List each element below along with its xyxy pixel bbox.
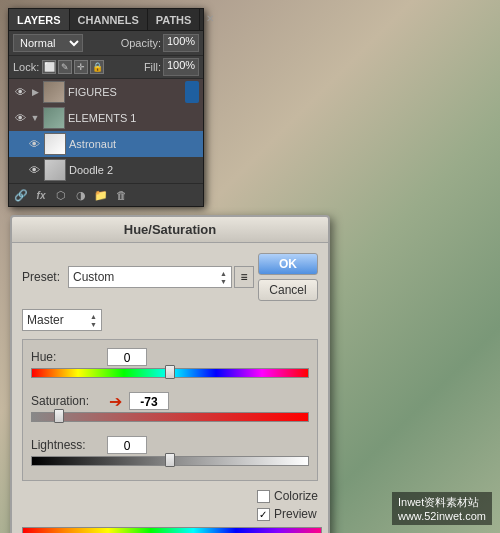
channel-row: Master ▲ ▼ xyxy=(22,309,318,331)
dialog-body: Preset: Custom ▲ ▼ ≡ OK Cancel Master xyxy=(12,243,328,533)
visibility-eye-icon[interactable]: 👁 xyxy=(13,85,27,99)
ok-button[interactable]: OK xyxy=(258,253,318,275)
watermark: Inwet资料素材站 www.52inwet.com xyxy=(392,492,492,525)
layer-name: Astronaut xyxy=(69,138,199,150)
lock-transparent-icon[interactable]: ⬜ xyxy=(42,60,56,74)
preset-dropdown[interactable]: Custom ▲ ▼ xyxy=(68,266,232,288)
fill-value[interactable]: 100% xyxy=(163,58,199,76)
link-icon[interactable]: 🔗 xyxy=(13,187,29,203)
preset-label: Preset: xyxy=(22,270,64,284)
hue-value[interactable]: 0 xyxy=(107,348,147,366)
hue-thumb[interactable] xyxy=(165,365,175,379)
layer-thumbnail xyxy=(43,81,65,103)
colorize-label: Colorize xyxy=(274,489,318,503)
panel-footer: 🔗 fx ⬡ ◑ 📁 🗑 xyxy=(9,183,203,206)
colorize-checkbox[interactable] xyxy=(257,490,270,503)
opacity-value[interactable]: 100% xyxy=(163,34,199,52)
watermark-line2: www.52inwet.com xyxy=(398,510,486,522)
saturation-slider-row: Saturation: ➔ -73 xyxy=(31,392,309,428)
layer-badge xyxy=(185,81,199,103)
preview-checkbox[interactable]: ✓ xyxy=(257,508,270,521)
layer-name: FIGURES xyxy=(68,86,182,98)
adjustment-icon[interactable]: ◑ xyxy=(73,187,89,203)
watermark-line1: Inwet资料素材站 xyxy=(398,495,486,510)
sliders-section: Hue: 0 Saturation: ➔ -73 xyxy=(22,339,318,481)
layer-item[interactable]: 👁 ▼ ELEMENTS 1 xyxy=(9,105,203,131)
lock-icons: ⬜ ✎ ✛ 🔒 xyxy=(42,60,104,74)
mask-icon[interactable]: ⬡ xyxy=(53,187,69,203)
channel-value: Master xyxy=(27,313,64,327)
layer-item[interactable]: 👁 ▶ FIGURES xyxy=(9,79,203,105)
fill-label: Fill: xyxy=(144,61,161,73)
saturation-arrow-icon: ➔ xyxy=(107,393,123,409)
layer-item[interactable]: 👁 Doodle 2 xyxy=(9,157,203,183)
hue-saturation-dialog: Hue/Saturation Preset: Custom ▲ ▼ ≡ OK C… xyxy=(10,215,330,533)
fx-icon[interactable]: fx xyxy=(33,187,49,203)
layers-list: 👁 ▶ FIGURES 👁 ▼ ELEMENTS 1 👁 Astronaut 👁… xyxy=(9,79,203,183)
lock-move-icon[interactable]: ✛ xyxy=(74,60,88,74)
layer-thumbnail xyxy=(43,107,65,129)
opacity-label: Opacity: xyxy=(121,37,161,49)
visibility-eye-icon[interactable]: 👁 xyxy=(27,163,41,177)
layer-item[interactable]: 👁 Astronaut xyxy=(9,131,203,157)
layers-panel: LAYERS CHANNELS PATHS ✕ Normal Opacity: … xyxy=(8,8,204,207)
blend-opacity-row: Normal Opacity: 100% xyxy=(9,31,203,56)
hue-label: Hue: xyxy=(31,350,101,364)
layer-name: ELEMENTS 1 xyxy=(68,112,199,124)
layer-thumbnail xyxy=(44,133,66,155)
saturation-label: Saturation: xyxy=(31,394,101,408)
lightness-value[interactable]: 0 xyxy=(107,436,147,454)
saturation-value[interactable]: -73 xyxy=(129,392,169,410)
cancel-button[interactable]: Cancel xyxy=(258,279,318,301)
bottom-options: Colorize ✓ Preview xyxy=(22,489,318,521)
visibility-eye-icon[interactable]: 👁 xyxy=(27,137,41,151)
expand-arrow-icon[interactable]: ▼ xyxy=(30,113,40,123)
saturation-track xyxy=(31,412,309,422)
lightness-thumb[interactable] xyxy=(165,453,175,467)
expand-arrow-icon[interactable]: ▶ xyxy=(30,87,40,97)
preset-value: Custom xyxy=(73,270,114,284)
dialog-title: Hue/Saturation xyxy=(12,217,328,243)
panel-tabs: LAYERS CHANNELS PATHS ✕ xyxy=(9,9,203,31)
colorize-row: Colorize xyxy=(257,489,318,503)
lightness-slider-row: Lightness: 0 xyxy=(31,436,309,472)
saturation-thumb[interactable] xyxy=(54,409,64,423)
lock-paint-icon[interactable]: ✎ xyxy=(58,60,72,74)
rainbow-bar xyxy=(22,527,322,533)
tab-paths[interactable]: PATHS xyxy=(148,9,201,30)
channel-dropdown[interactable]: Master ▲ ▼ xyxy=(22,309,102,331)
layer-name: Doodle 2 xyxy=(69,164,199,176)
preview-row: ✓ Preview xyxy=(257,507,317,521)
lightness-label: Lightness: xyxy=(31,438,101,452)
lock-all-icon[interactable]: 🔒 xyxy=(90,60,104,74)
preview-label: Preview xyxy=(274,507,317,521)
tab-channels[interactable]: CHANNELS xyxy=(70,9,148,30)
hue-slider-row: Hue: 0 xyxy=(31,348,309,384)
folder-icon[interactable]: 📁 xyxy=(93,187,109,203)
tab-layers[interactable]: LAYERS xyxy=(9,9,70,30)
panel-close-button[interactable]: ✕ xyxy=(200,9,220,30)
lock-label: Lock: xyxy=(13,61,39,73)
blend-mode-dropdown[interactable]: Normal xyxy=(13,34,83,52)
visibility-eye-icon[interactable]: 👁 xyxy=(13,111,27,125)
lock-row: Lock: ⬜ ✎ ✛ 🔒 Fill: 100% xyxy=(9,56,203,79)
layer-thumbnail xyxy=(44,159,66,181)
preset-menu-icon[interactable]: ≡ xyxy=(234,266,254,288)
delete-icon[interactable]: 🗑 xyxy=(113,187,129,203)
